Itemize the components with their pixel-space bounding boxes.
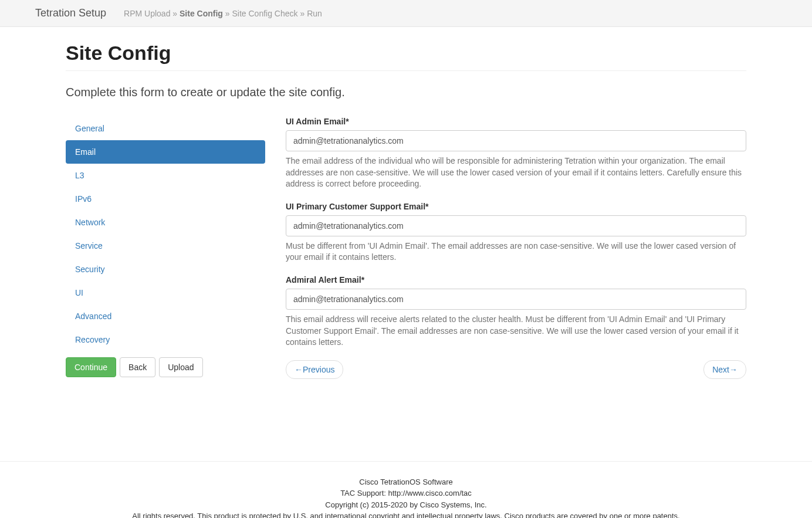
page-title: Site Config [66, 42, 746, 65]
page-subtitle: Complete this form to create or update t… [66, 86, 746, 99]
footer-line4: All rights reserved. This product is pro… [12, 510, 800, 518]
footer: Cisco TetrationOS Software TAC Support: … [0, 461, 812, 518]
form-group-admiral-email: Admiral Alert Email* This email address … [286, 275, 746, 348]
form-area: UI Admin Email* The email address of the… [286, 117, 746, 379]
sidebar-button-row: Continue Back Upload [66, 357, 265, 377]
sidebar: General Email L3 IPv6 Network Service Se… [66, 117, 265, 379]
breadcrumb-sep: » [223, 9, 232, 18]
breadcrumb: RPM Upload » Site Config » Site Config C… [124, 9, 322, 18]
footer-line2: TAC Support: http://www.cisco.com/tac [12, 487, 800, 499]
sidebar-item-general[interactable]: General [66, 117, 265, 140]
previous-button[interactable]: ←Previous [286, 360, 343, 379]
breadcrumb-step-run[interactable]: Run [307, 9, 322, 18]
nav-list: General Email L3 IPv6 Network Service Se… [66, 117, 265, 351]
breadcrumb-sep: » [170, 9, 180, 18]
help-support-email: Must be different from 'UI Admin Email'.… [286, 241, 746, 263]
breadcrumb-step-siteconfig[interactable]: Site Config [180, 9, 223, 18]
input-support-email[interactable] [286, 215, 746, 236]
breadcrumb-sep: » [298, 9, 307, 18]
form-group-admin-email: UI Admin Email* The email address of the… [286, 117, 746, 190]
sidebar-item-email[interactable]: Email [66, 140, 265, 164]
sidebar-item-recovery[interactable]: Recovery [66, 328, 265, 351]
sidebar-item-security[interactable]: Security [66, 258, 265, 281]
sidebar-item-l3[interactable]: L3 [66, 164, 265, 187]
content-row: General Email L3 IPv6 Network Service Se… [66, 117, 746, 379]
help-admiral-email: This email address will receive alerts r… [286, 314, 746, 348]
next-button[interactable]: Next→ [703, 360, 746, 379]
continue-button[interactable]: Continue [66, 357, 116, 377]
form-group-support-email: UI Primary Customer Support Email* Must … [286, 202, 746, 263]
label-admin-email: UI Admin Email* [286, 117, 746, 126]
input-admin-email[interactable] [286, 130, 746, 151]
label-support-email: UI Primary Customer Support Email* [286, 202, 746, 211]
breadcrumb-step-rpm[interactable]: RPM Upload [124, 9, 170, 18]
label-admiral-email: Admiral Alert Email* [286, 275, 746, 285]
input-admiral-email[interactable] [286, 289, 746, 310]
pager-row: ←Previous Next→ [286, 360, 746, 379]
sidebar-item-advanced[interactable]: Advanced [66, 304, 265, 328]
sidebar-item-service[interactable]: Service [66, 234, 265, 258]
sidebar-item-ipv6[interactable]: IPv6 [66, 187, 265, 211]
top-bar: Tetration Setup RPM Upload » Site Config… [0, 0, 812, 27]
help-admin-email: The email address of the individual who … [286, 155, 746, 190]
sidebar-item-network[interactable]: Network [66, 211, 265, 234]
sidebar-item-ui[interactable]: UI [66, 281, 265, 304]
back-button[interactable]: Back [120, 357, 155, 377]
page-divider [66, 70, 746, 71]
footer-line1: Cisco TetrationOS Software [12, 476, 800, 488]
breadcrumb-step-check[interactable]: Site Config Check [232, 9, 298, 18]
upload-button[interactable]: Upload [159, 357, 202, 377]
main-container: Site Config Complete this form to create… [31, 42, 781, 379]
footer-line3: Copyright (c) 2015-2020 by Cisco Systems… [12, 499, 800, 511]
setup-title: Tetration Setup [35, 7, 106, 19]
